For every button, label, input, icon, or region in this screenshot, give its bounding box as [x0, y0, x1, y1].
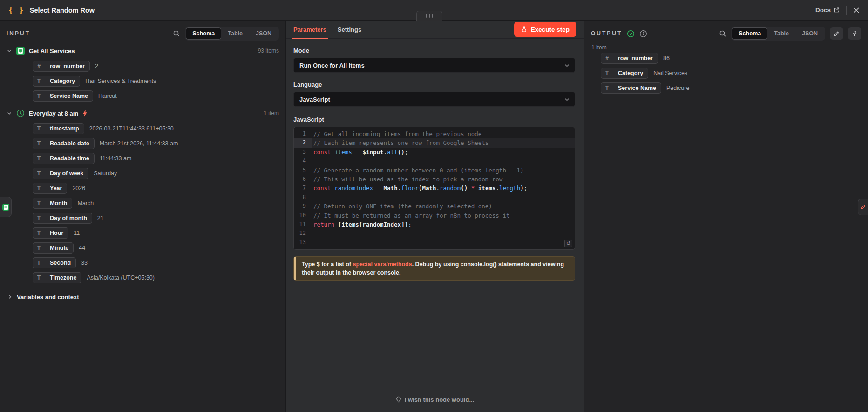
- code-line[interactable]: 1// Get all incoming items from the prev…: [294, 130, 575, 138]
- string-type-icon: T: [33, 198, 45, 208]
- titlebar-divider: [846, 6, 847, 15]
- field-key-pill[interactable]: TCategory: [601, 68, 648, 79]
- string-type-icon: T: [601, 83, 613, 93]
- field-value: March: [77, 200, 94, 206]
- field-key-pill[interactable]: #row_number: [33, 61, 90, 72]
- edit-output-peek[interactable]: [858, 199, 868, 215]
- code-line[interactable]: 12: [294, 229, 575, 238]
- field-value: 11:44:33 am: [100, 155, 132, 162]
- code-line[interactable]: 2// Each item represents one row from Go…: [294, 138, 575, 147]
- field-key-pill[interactable]: TReadable time: [33, 153, 95, 164]
- reset-code-icon[interactable]: ↺: [564, 240, 572, 247]
- field-key-label: Second: [45, 260, 75, 266]
- node-feedback-link[interactable]: I wish this node would...: [286, 396, 584, 403]
- panel-drag-handle[interactable]: [416, 11, 442, 21]
- input-search-icon[interactable]: [173, 30, 180, 37]
- line-number: 8: [294, 193, 312, 202]
- field-key-label: timestamp: [45, 125, 84, 132]
- line-number: 4: [294, 157, 312, 165]
- docs-link[interactable]: Docs: [815, 7, 840, 14]
- field-key-pill[interactable]: TCategory: [33, 76, 80, 87]
- code-line-text: [312, 229, 575, 238]
- field-value: Haircut: [98, 93, 117, 99]
- code-editor[interactable]: 1// Get all incoming items from the prev…: [293, 127, 575, 250]
- schema-field-row: #row_number2: [0, 59, 285, 74]
- pin-data-button[interactable]: [848, 27, 861, 40]
- edit-output-button[interactable]: [830, 27, 843, 40]
- schema-field-row: TCategoryNail Services: [584, 66, 868, 81]
- field-key-pill[interactable]: Ttimestamp: [33, 123, 84, 134]
- field-key-pill[interactable]: #row_number: [601, 53, 658, 64]
- field-key-pill[interactable]: TService Name: [33, 90, 93, 102]
- hint-text-pre: Type $ for a list of: [302, 261, 353, 268]
- number-type-icon: #: [33, 61, 45, 71]
- code-line[interactable]: 6// This will be used as the index to pi…: [294, 175, 575, 184]
- input-tab-table[interactable]: Table: [221, 27, 249, 40]
- mode-select[interactable]: Run Once for All Items: [293, 58, 575, 73]
- chevron-right-icon: [7, 294, 13, 300]
- schema-field-row: TDay of weekSaturday: [0, 166, 285, 181]
- tab-settings[interactable]: Settings: [338, 21, 361, 39]
- input-node-group-header[interactable]: Everyday at 8 am1 item: [0, 105, 285, 121]
- output-tab-table[interactable]: Table: [767, 27, 795, 40]
- code-editor-label: JavaScript: [293, 116, 575, 123]
- input-tab-json[interactable]: JSON: [249, 27, 278, 40]
- output-search-icon[interactable]: [719, 30, 726, 37]
- code-line[interactable]: 4: [294, 157, 575, 165]
- string-type-icon: T: [33, 124, 45, 134]
- code-line[interactable]: 7const randomIndex = Math.floor(Math.ran…: [294, 184, 575, 192]
- code-line-text: // This will be used as the index to pic…: [312, 175, 575, 184]
- field-value: 2026: [72, 185, 85, 192]
- code-line[interactable]: 8: [294, 193, 575, 202]
- special-vars-link[interactable]: special vars/methods: [353, 261, 412, 268]
- chevron-down-icon: [7, 48, 12, 54]
- schema-field-row: #row_number86: [584, 51, 868, 66]
- canvas-node-peek[interactable]: [0, 197, 12, 217]
- field-key-pill[interactable]: TReadable date: [33, 138, 95, 149]
- string-type-icon: T: [33, 183, 45, 193]
- code-line[interactable]: 5// Generate a random number between 0 a…: [294, 166, 575, 175]
- field-key-pill[interactable]: TTimezone: [33, 272, 81, 283]
- language-select[interactable]: JavaScript: [293, 92, 575, 107]
- field-key-pill[interactable]: TSecond: [33, 257, 76, 268]
- execute-step-button[interactable]: Execute step: [514, 22, 576, 37]
- field-key-pill[interactable]: TMinute: [33, 242, 74, 254]
- field-key-label: Readable time: [45, 155, 94, 162]
- code-line[interactable]: 11return [items[randomIndex]];: [294, 220, 575, 229]
- pin-icon: [852, 30, 858, 37]
- field-key-label: row_number: [613, 55, 658, 62]
- node-title[interactable]: Select Random Row: [30, 7, 95, 14]
- input-node-group-header[interactable]: Get All Services93 items: [0, 43, 285, 59]
- string-type-icon: T: [33, 168, 45, 179]
- parameters-panel: Parameters Settings Execute step Mode Ru…: [286, 21, 584, 412]
- field-key-label: Month: [45, 200, 72, 206]
- field-value: 21: [97, 215, 104, 221]
- field-key-pill[interactable]: TDay of month: [33, 213, 92, 224]
- code-line[interactable]: 9// Return only ONE item (the randomly s…: [294, 202, 575, 211]
- field-value: 2: [95, 63, 98, 69]
- variables-and-context-row[interactable]: Variables and context: [0, 289, 285, 305]
- output-tab-schema[interactable]: Schema: [732, 27, 767, 40]
- input-tab-schema[interactable]: Schema: [186, 27, 221, 40]
- output-tab-json[interactable]: JSON: [795, 27, 824, 40]
- line-number: 11: [294, 220, 312, 229]
- field-key-label: Timezone: [45, 275, 81, 281]
- parameters-tab-bar: Parameters Settings Execute step: [286, 21, 584, 39]
- info-icon[interactable]: [639, 30, 647, 38]
- tab-parameters[interactable]: Parameters: [293, 21, 326, 39]
- code-line[interactable]: 13: [294, 238, 575, 247]
- field-key-pill[interactable]: TMonth: [33, 198, 72, 209]
- field-value: 2026-03-21T11:44:33.611+05:30: [89, 125, 174, 132]
- field-key-pill[interactable]: TDay of week: [33, 168, 88, 179]
- field-key-pill[interactable]: TYear: [33, 183, 67, 194]
- code-line-text: // Get all incoming items from the previ…: [312, 130, 575, 138]
- field-key-label: Service Name: [45, 93, 93, 99]
- code-line[interactable]: 3const items = $input.all();: [294, 148, 575, 157]
- field-key-pill[interactable]: THour: [33, 227, 68, 239]
- code-line-text: const randomIndex = Math.floor(Math.rand…: [312, 184, 575, 192]
- chevron-down-icon: [564, 62, 570, 69]
- input-panel-title: INPUT: [7, 30, 30, 37]
- field-key-pill[interactable]: TService Name: [601, 82, 661, 94]
- close-icon[interactable]: [853, 7, 860, 14]
- code-line[interactable]: 10// It must be returned as an array for…: [294, 211, 575, 220]
